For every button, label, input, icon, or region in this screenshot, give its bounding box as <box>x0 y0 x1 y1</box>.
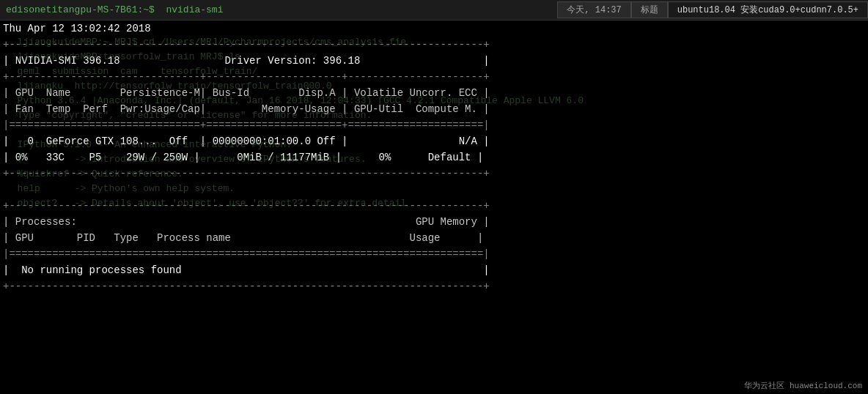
top-bar: edisonetitangpu-MS-7B61:~$ nvidia-smi 今天… <box>0 0 868 21</box>
ubuntu-tab[interactable]: ubuntu18.04 安装cuda9.0+cudnn7.0.5+ <box>668 1 868 18</box>
output-line: |=======================================… <box>3 248 490 260</box>
nvidia-smi-output: Thu Apr 12 13:02:42 2018+---------------… <box>0 21 868 294</box>
output-line: | NVIDIA-SMI 396.18 Driver Version: 396.… <box>3 55 490 67</box>
output-line: | No running processes found | <box>3 264 490 276</box>
title-label: 标题 <box>641 5 658 15</box>
output-line: | Fan Temp Perf Pwr:Usage/Cap| Memory-Us… <box>3 103 490 115</box>
watermark: 华为云社区 huaweicloud.com <box>744 380 862 391</box>
top-bar-tabs: 今天, 14:37 标题 ubuntu18.04 安装cuda9.0+cudnn… <box>557 1 868 18</box>
command-text: nvidia-smi <box>166 4 223 15</box>
output-line: +---------------------------------------… <box>3 168 490 179</box>
ubuntu-label: ubuntu18.04 安装cuda9.0+cudnn7.0.5+ <box>677 5 858 15</box>
output-line: | GPU Name Persistence-M| Bus-Id Disp.A … <box>3 87 490 99</box>
output-line: | GPU PID Type Process name Usage | <box>3 232 483 244</box>
time-tab: 今天, 14:37 <box>557 1 630 18</box>
output-line: +---------------------------------------… <box>3 280 490 292</box>
time-label: 今天, 14:37 <box>567 5 621 15</box>
output-line: | 0% 33C P5 29W / 250W | 0MiB / 11177MiB… <box>3 152 483 163</box>
output-line: +---------------------------------------… <box>3 200 490 212</box>
output-line: | 0 GeForce GTX 108... Off | 00000000:01… <box>3 135 490 147</box>
terminal-window: edisonetitangpu-MS-7B61:~$ nvidia-smi 今天… <box>0 0 868 394</box>
title-tab: 标题 <box>631 1 668 18</box>
prompt-text: edisonetitangpu-MS-7B61:~$ <box>6 4 155 15</box>
output-line: +-------------------------------+-------… <box>3 71 490 83</box>
output-line: +---------------------------------------… <box>3 39 490 51</box>
terminal-prompt: edisonetitangpu-MS-7B61:~$ nvidia-smi <box>0 4 557 15</box>
output-line: | Processes: GPU Memory | <box>3 216 490 228</box>
output-line: Thu Apr 12 13:02:42 2018 <box>3 23 151 34</box>
output-line: |===============================+=======… <box>3 119 490 131</box>
